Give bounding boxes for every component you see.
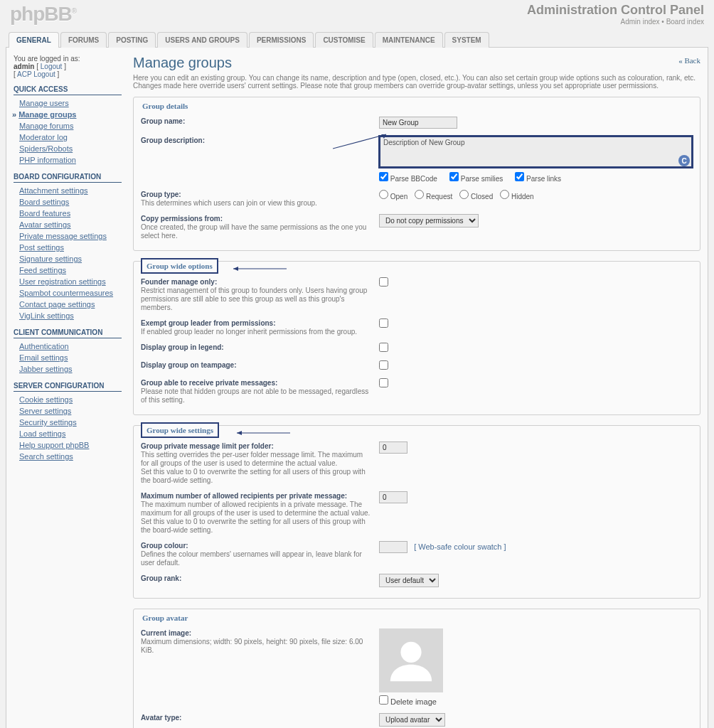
acp-logout-link[interactable]: ACP Logout (17, 70, 55, 78)
admin-index-link[interactable]: Admin index (621, 18, 660, 26)
grammar-icon: C (678, 155, 690, 166)
group-type-closed[interactable]: Closed (459, 193, 493, 200)
copy-perm-hint: Once created, the group will have the sa… (141, 223, 366, 240)
side-head-client_comm: CLIENT COMMUNICATION (14, 328, 122, 338)
sidebar-item-jabber-settings[interactable]: Jabber settings (19, 365, 73, 373)
board-index-link[interactable]: Board index (666, 18, 704, 26)
sidebar-item-email-settings[interactable]: Email settings (19, 353, 68, 362)
sidebar-item-contact-page-settings[interactable]: Contact page settings (19, 300, 95, 309)
header: phpBB® Administration Control Panel Admi… (6, 0, 708, 26)
sidebar-item-avatar-settings[interactable]: Avatar settings (19, 220, 71, 229)
sidebar-item-spambot-countermeasures[interactable]: Spambot countermeasures (19, 289, 113, 297)
teampage-checkbox[interactable] (379, 360, 388, 370)
sidebar-item-private-message-settings[interactable]: Private message settings (19, 232, 107, 240)
avatar-image (379, 628, 443, 692)
svg-marker-5 (237, 431, 242, 435)
sidebar-item-feed-settings[interactable]: Feed settings (19, 266, 66, 274)
sidebar-item-user-registration-settings[interactable]: User registration settings (19, 277, 106, 286)
panel-wide-settings: Group wide settings Group private messag… (133, 425, 700, 599)
panel-group-details: Group details Group name: Group descript… (133, 97, 700, 251)
copy-perm-select[interactable]: Do not copy permissions (379, 214, 479, 228)
sidebar-item-load-settings[interactable]: Load settings (19, 429, 65, 438)
tab-system[interactable]: SYSTEM (444, 32, 489, 48)
tab-maintenance[interactable]: MAINTENANCE (375, 32, 443, 48)
sidebar-item-cookie-settings[interactable]: Cookie settings (19, 395, 73, 404)
main-tabs: GENERALFORUMSPOSTINGUSERS AND GROUPSPERM… (6, 31, 708, 48)
group-colour-input[interactable] (379, 541, 407, 553)
receive-pm-checkbox[interactable] (379, 378, 388, 387)
group-type-request[interactable]: Request (415, 193, 452, 200)
tab-general[interactable]: GENERAL (9, 32, 59, 48)
copy-perm-label: Copy permissions from: (141, 215, 223, 223)
group-type-open[interactable]: Open (379, 193, 407, 200)
svg-marker-3 (233, 267, 238, 271)
delete-image[interactable]: Delete image (379, 697, 437, 706)
tab-customise[interactable]: CUSTOMISE (315, 32, 373, 48)
sidebar-item-manage-forums[interactable]: Manage forums (19, 122, 73, 130)
sidebar-item-moderator-log[interactable]: Moderator log (19, 133, 68, 141)
sidebar-item-spiders/robots[interactable]: Spiders/Robots (19, 144, 73, 153)
recipient-limit-input[interactable] (379, 491, 407, 503)
login-info: You are logged in as: admin [ Logout ] [… (14, 55, 122, 78)
rank-select[interactable]: User default (379, 574, 439, 587)
page-title: Manage groups (133, 55, 700, 71)
acp-title: Administration Control Panel (527, 3, 704, 18)
legend-checkbox[interactable] (379, 343, 388, 352)
main-content: « Back Manage groups Here you can edit a… (127, 55, 700, 728)
parse-smilies[interactable]: Parse smilies (449, 175, 503, 183)
svg-point-6 (400, 642, 421, 663)
sidebar-item-manage-groups[interactable]: Manage groups (18, 110, 76, 119)
group-type-hint: This determines which users can join or … (141, 199, 317, 207)
sidebar-item-manage-users[interactable]: Manage users (19, 99, 69, 107)
parse-bbcode[interactable]: Parse BBCode (379, 175, 437, 183)
legend-avatar: Group avatar (141, 609, 693, 625)
avatar-type-select[interactable]: Upload avatar (379, 713, 445, 727)
group-desc-textarea[interactable]: Description of New Group (379, 136, 693, 168)
sidebar-item-board-settings[interactable]: Board settings (19, 198, 69, 206)
pm-limit-input[interactable] (379, 441, 407, 454)
sidebar-item-server-settings[interactable]: Server settings (19, 407, 71, 415)
parse-links[interactable]: Parse links (515, 175, 561, 183)
sidebar-item-post-settings[interactable]: Post settings (19, 243, 64, 252)
side-head-quick_access: QUICK ACCESS (14, 85, 122, 95)
group-name-label: Group name: (141, 117, 185, 125)
side-head-server_config: SERVER CONFIGURATION (14, 382, 122, 392)
sidebar: You are logged in as: admin [ Logout ] [… (14, 55, 127, 728)
tab-forums[interactable]: FORUMS (60, 32, 107, 48)
sidebar-item-board-features[interactable]: Board features (19, 209, 70, 218)
legend-wide-opts: Group wide options (141, 258, 218, 274)
tab-posting[interactable]: POSTING (108, 32, 156, 48)
group-desc-label: Group description: (141, 136, 205, 144)
logout-link[interactable]: Logout (41, 63, 63, 70)
swatch-link[interactable]: [ Web-safe colour swatch ] (414, 542, 506, 551)
exempt-checkbox[interactable] (379, 318, 388, 328)
back-link[interactable]: « Back (678, 56, 700, 65)
sidebar-item-signature-settings[interactable]: Signature settings (19, 255, 82, 263)
sidebar-item-authentication[interactable]: Authentication (19, 342, 69, 350)
group-name-input[interactable] (379, 117, 457, 129)
tab-permissions[interactable]: PERMISSIONS (249, 32, 314, 48)
founder-checkbox[interactable] (379, 277, 388, 287)
legend-wide-set: Group wide settings (141, 422, 219, 438)
side-head-board_config: BOARD CONFIGURATION (14, 173, 122, 183)
legend-details: Group details (141, 97, 693, 113)
panel-avatar: Group avatar Current image:Maximum dimen… (133, 609, 700, 728)
logo: phpBB® (10, 3, 76, 26)
page-desc: Here you can edit an existing group. You… (133, 74, 700, 90)
sidebar-item-search-settings[interactable]: Search settings (19, 452, 73, 461)
sidebar-item-php-information[interactable]: PHP information (19, 156, 76, 164)
sidebar-item-viglink-settings[interactable]: VigLink settings (19, 311, 74, 320)
group-type-label: Group type: (141, 191, 181, 198)
tab-users-and-groups[interactable]: USERS AND GROUPS (157, 32, 247, 48)
group-type-hidden[interactable]: Hidden (500, 193, 533, 200)
panel-wide-options: Group wide options Founder manage only:R… (133, 261, 700, 415)
sidebar-item-help-support-phpbb[interactable]: Help support phpBB (19, 441, 89, 449)
sidebar-item-attachment-settings[interactable]: Attachment settings (19, 186, 88, 195)
sidebar-item-security-settings[interactable]: Security settings (19, 418, 77, 427)
